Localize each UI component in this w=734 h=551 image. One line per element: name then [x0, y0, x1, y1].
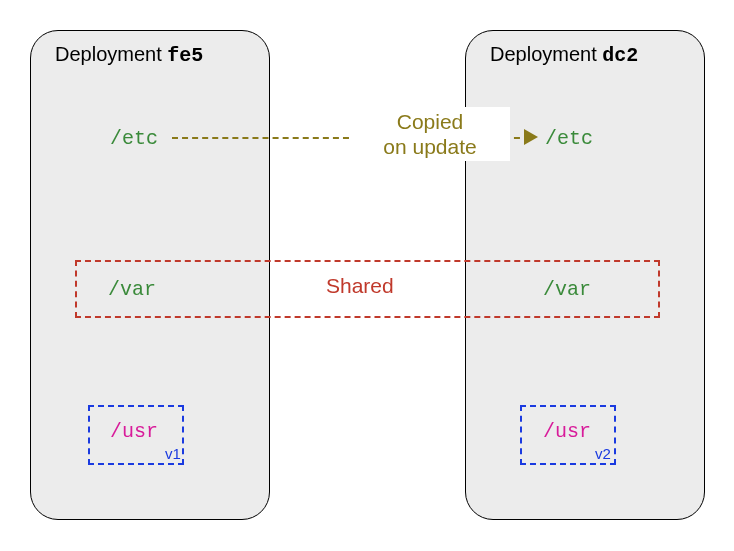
usr-version-right: v2: [595, 445, 611, 462]
deployment-code-right: dc2: [602, 44, 638, 67]
copied-line2: on update: [383, 135, 476, 158]
deployment-title-left: Deployment fe5: [55, 43, 203, 67]
deployment-title-prefix-right: Deployment: [490, 43, 602, 65]
shared-label: Shared: [326, 274, 394, 298]
copied-label: Copied on update: [350, 107, 510, 161]
usr-version-left: v1: [165, 445, 181, 462]
copied-arrow-head-icon: [524, 129, 538, 145]
path-var-left: /var: [108, 278, 156, 301]
deployment-title-prefix-left: Deployment: [55, 43, 167, 65]
copied-line1: Copied: [397, 110, 464, 133]
path-etc-left: /etc: [110, 127, 158, 150]
path-usr-left: /usr: [110, 420, 158, 443]
path-var-right: /var: [543, 278, 591, 301]
path-usr-right: /usr: [543, 420, 591, 443]
deployment-code-left: fe5: [167, 44, 203, 67]
path-etc-right: /etc: [545, 127, 593, 150]
deployment-title-right: Deployment dc2: [490, 43, 638, 67]
